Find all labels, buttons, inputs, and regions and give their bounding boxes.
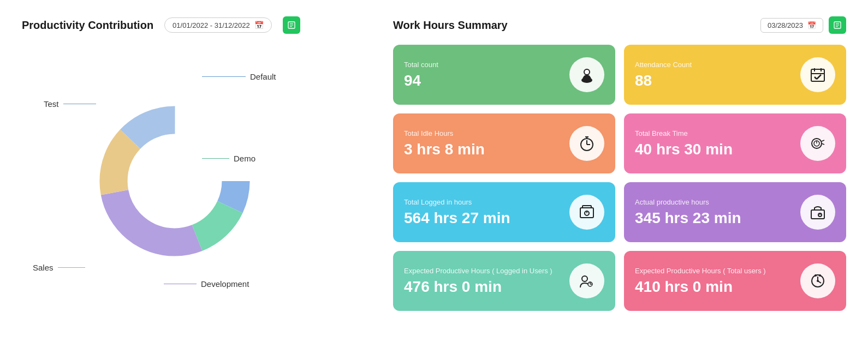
card-idle-hours: Total Idle Hours 3 hrs 8 min xyxy=(393,113,615,173)
card-productive-hours-icon xyxy=(800,195,835,230)
card-idle-hours-icon xyxy=(569,126,604,161)
card-expected-total-label: Expected Productive Hours ( Total users … xyxy=(635,267,766,275)
card-total-count-label: Total count xyxy=(404,61,438,69)
card-productive-hours-value: 345 hrs 23 min xyxy=(635,209,741,227)
svg-line-10 xyxy=(817,75,821,79)
card-attendance-count: Attendance Count 88 xyxy=(624,45,846,105)
card-logged-hours-value: 564 hrs 27 min xyxy=(404,209,510,227)
card-attendance-count-label: Attendance Count xyxy=(635,61,692,69)
card-productive-hours-label: Actual productive hours xyxy=(635,198,741,206)
right-header-controls: 03/28/2023 📅 xyxy=(760,16,846,34)
card-logged-hours-info: Total Logged in hours 564 hrs 27 min xyxy=(404,198,510,227)
svg-rect-22 xyxy=(582,206,591,208)
card-break-time-info: Total Break Time 40 hrs 30 min xyxy=(635,129,733,158)
card-expected-logged-info: Expected Productive Hours ( Logged in Us… xyxy=(404,267,552,296)
svg-rect-25 xyxy=(811,210,824,219)
card-productive-hours: Actual productive hours 345 hrs 23 min xyxy=(624,182,846,242)
card-expected-total-icon xyxy=(800,263,835,298)
card-break-time-label: Total Break Time xyxy=(635,129,733,137)
date-range-value: 01/01/2022 - 31/12/2022 xyxy=(173,21,250,29)
label-development: Development xyxy=(164,279,249,289)
label-sales: Sales xyxy=(33,263,85,272)
card-expected-logged-value: 476 hrs 0 min xyxy=(404,278,552,296)
svg-point-35 xyxy=(817,280,819,282)
card-idle-hours-info: Total Idle Hours 3 hrs 8 min xyxy=(404,129,485,158)
productivity-title: Productivity Contribution xyxy=(22,19,153,32)
left-panel: Productivity Contribution 01/01/2022 - 3… xyxy=(22,16,360,317)
date-picker[interactable]: 03/28/2023 📅 xyxy=(760,18,823,33)
svg-line-19 xyxy=(822,140,824,141)
card-logged-hours: Total Logged in hours 564 hrs 27 min xyxy=(393,182,615,242)
right-panel: Work Hours Summary 03/28/2023 📅 Tota xyxy=(393,16,846,317)
card-expected-logged-icon xyxy=(569,263,604,298)
left-panel-header: Productivity Contribution 01/01/2022 - 3… xyxy=(22,16,360,34)
card-attendance-count-icon xyxy=(800,57,835,92)
donut-chart-container: Default Demo Development Sales xyxy=(22,45,328,317)
card-idle-hours-label: Total Idle Hours xyxy=(404,129,485,137)
card-break-time: Total Break Time 40 hrs 30 min xyxy=(624,113,846,173)
label-demo: Demo xyxy=(202,154,255,163)
card-total-count-info: Total count 94 xyxy=(404,61,438,89)
export-button-right[interactable] xyxy=(829,16,846,34)
card-attendance-count-info: Attendance Count 88 xyxy=(635,61,692,89)
card-attendance-count-value: 88 xyxy=(635,72,692,89)
main-container: Productivity Contribution 01/01/2022 - 3… xyxy=(22,16,846,317)
card-logged-hours-label: Total Logged in hours xyxy=(404,198,510,206)
card-break-time-icon xyxy=(800,126,835,161)
export-button[interactable] xyxy=(283,16,300,34)
svg-point-37 xyxy=(819,274,821,277)
donut-chart xyxy=(87,94,262,268)
card-productive-hours-info: Actual productive hours 345 hrs 23 min xyxy=(635,198,741,227)
calendar-icon: 📅 xyxy=(254,21,264,29)
svg-point-28 xyxy=(582,276,587,281)
date-value: 03/28/2023 xyxy=(768,21,803,29)
label-default: Default xyxy=(202,72,276,81)
card-total-count-value: 94 xyxy=(404,72,438,89)
work-hours-title: Work Hours Summary xyxy=(393,19,508,32)
svg-point-4 xyxy=(585,70,589,74)
card-expected-total: Expected Productive Hours ( Total users … xyxy=(624,251,846,311)
right-panel-header: Work Hours Summary 03/28/2023 📅 xyxy=(393,16,846,34)
label-test: Test xyxy=(44,99,96,109)
card-expected-logged-label: Expected Productive Hours ( Logged in Us… xyxy=(404,267,552,275)
calendar-icon-right: 📅 xyxy=(807,21,816,29)
card-logged-hours-icon xyxy=(569,195,604,230)
stats-grid: Total count 94 Attendance Count 88 xyxy=(393,45,846,311)
date-range-picker[interactable]: 01/01/2022 - 31/12/2022 📅 xyxy=(164,17,272,33)
card-break-time-value: 40 hrs 30 min xyxy=(635,141,733,158)
card-total-count-icon xyxy=(569,57,604,92)
card-expected-logged: Expected Productive Hours ( Logged in Us… xyxy=(393,251,615,311)
card-total-count: Total count 94 xyxy=(393,45,615,105)
svg-point-36 xyxy=(815,274,817,277)
svg-rect-5 xyxy=(811,69,824,81)
card-idle-hours-value: 3 hrs 8 min xyxy=(404,141,485,158)
card-expected-total-info: Expected Productive Hours ( Total users … xyxy=(635,267,766,296)
card-expected-total-value: 410 hrs 0 min xyxy=(635,278,766,296)
